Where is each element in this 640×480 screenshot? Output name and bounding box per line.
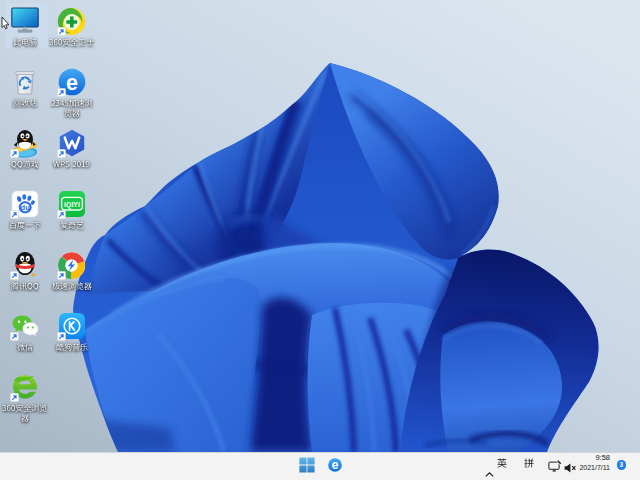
clock-time: 9:58 xyxy=(579,454,610,462)
ime-mode-indicator[interactable] xyxy=(497,458,507,476)
icon-label-line xyxy=(0,404,56,414)
icon-label-360-browser[interactable] xyxy=(0,404,56,424)
shortcut-arrow-badge xyxy=(10,210,19,219)
shortcut-arrow-badge xyxy=(10,393,19,402)
taskbar-clock[interactable]: 9:58 2021/7/11 xyxy=(579,454,610,471)
icon-label-line xyxy=(41,282,103,292)
icon-label-line xyxy=(41,109,103,119)
mouse-cursor xyxy=(1,16,11,30)
edge-logo-letter: e xyxy=(331,458,338,472)
baidu-logo-letters: du xyxy=(20,203,30,212)
shortcut-arrow-badge xyxy=(57,27,66,36)
shortcut-arrow-badge xyxy=(57,210,66,219)
taskbar: e 9:58 2021/7/11 3 xyxy=(0,452,640,480)
icon-label-2345-browser[interactable] xyxy=(41,99,103,119)
volume-muted-icon[interactable] xyxy=(564,459,576,477)
wallpaper-windows11-bloom xyxy=(0,0,640,480)
notification-badge[interactable]: 3 xyxy=(617,460,627,470)
desktop-icon-this-pc[interactable] xyxy=(11,7,39,35)
start-button[interactable] xyxy=(299,457,319,477)
hidden-icons-chevron[interactable] xyxy=(485,463,494,480)
shortcut-arrow-badge xyxy=(57,149,66,158)
shortcut-arrow-badge xyxy=(10,332,19,341)
windows-desktop: e du iQIYI e xyxy=(0,0,640,480)
icon-label-line xyxy=(41,160,103,170)
icon-label-iqiyi[interactable] xyxy=(41,221,103,231)
clock-date: 2021/7/11 xyxy=(579,464,610,472)
touch-keyboard-icon[interactable] xyxy=(548,458,562,476)
shortcut-arrow-badge xyxy=(57,88,66,97)
icon-label-wps-2019[interactable] xyxy=(41,160,103,170)
ime-pinyin-indicator[interactable] xyxy=(524,458,534,476)
shortcut-arrow-badge xyxy=(57,332,66,341)
icon-label-line xyxy=(41,343,103,353)
edge-browser-button[interactable]: e xyxy=(328,458,348,478)
shortcut-arrow-badge xyxy=(10,149,19,158)
icon-label-line xyxy=(41,38,103,48)
icon-label-kugou-music[interactable] xyxy=(41,343,103,353)
desktop-icon-recycle-bin[interactable] xyxy=(11,68,39,96)
shortcut-arrow-badge xyxy=(10,271,19,280)
shortcut-arrow-badge xyxy=(57,271,66,280)
icon-label-line xyxy=(41,99,103,109)
icon-label-360-safe[interactable] xyxy=(41,38,103,48)
icon-label-speed-browser[interactable] xyxy=(41,282,103,292)
icon-label-line xyxy=(0,414,56,424)
icon-label-line xyxy=(41,221,103,231)
2345-logo-letter: e xyxy=(66,71,78,95)
iqiyi-logo-letters: iQIYI xyxy=(64,201,80,209)
